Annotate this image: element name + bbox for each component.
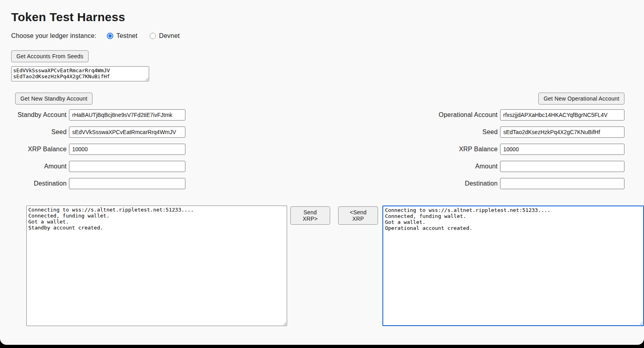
get-new-standby-account-button[interactable]: Get New Standby Account [15,93,93,105]
ledger-instance-label: Choose your ledger instance: [11,32,97,40]
operational-destination-row: Destination [418,178,624,189]
operational-form: Operational Account Seed XRP Balance Amo… [418,109,624,195]
standby-seed-label: Seed [11,129,69,136]
standby-form: Standby Account Seed XRP Balance Amount … [11,109,185,195]
get-new-operational-account-button[interactable]: Get New Operational Account [538,93,624,105]
token-test-harness-page: Token Test Harness Choose your ledger in… [0,0,644,345]
standby-xrp-balance-label: XRP Balance [11,146,69,153]
standby-destination-row: Destination [11,178,185,189]
ledger-instance-row: Choose your ledger instance: Testnet Dev… [11,32,644,40]
standby-destination-label: Destination [11,180,69,187]
operational-account-input[interactable] [500,109,624,121]
standby-account-label: Standby Account [11,111,69,119]
operational-destination-label: Destination [418,180,500,187]
testnet-radio-group: Testnet [107,32,138,40]
devnet-label[interactable]: Devnet [159,32,180,40]
operational-destination-input[interactable] [500,178,624,189]
standby-account-input[interactable] [69,109,185,121]
standby-results-textarea[interactable]: Connecting to wss://s.altnet.rippletest.… [26,206,287,326]
devnet-radio-group: Devnet [150,32,180,40]
operational-seed-input[interactable] [500,127,624,138]
send-xrp-to-operational-button[interactable]: Send XRP> [290,206,330,225]
get-accounts-from-seeds-button[interactable]: Get Accounts From Seeds [11,50,89,62]
standby-seed-row: Seed [11,127,185,138]
standby-xrp-balance-input[interactable] [69,144,185,155]
standby-xrp-balance-row: XRP Balance [11,144,185,155]
operational-amount-input[interactable] [500,161,624,172]
operational-xrp-balance-input[interactable] [500,144,624,155]
operational-account-label: Operational Account [418,111,500,119]
testnet-label[interactable]: Testnet [116,32,138,40]
standby-amount-row: Amount [11,161,185,172]
operational-amount-row: Amount [418,161,624,172]
page-title: Token Test Harness [11,0,644,25]
operational-account-row: Operational Account [418,109,624,121]
standby-seed-input[interactable] [69,127,185,138]
operational-xrp-balance-row: XRP Balance [418,144,624,155]
operational-seed-row: Seed [418,127,624,138]
send-xrp-to-standby-button[interactable]: <Send XRP [338,206,378,225]
testnet-radio[interactable] [107,33,113,39]
operational-xrp-balance-label: XRP Balance [418,146,500,153]
operational-amount-label: Amount [418,163,500,170]
account-buttons-row: Get New Standby Account Get New Operatio… [11,93,644,105]
account-forms: Standby Account Seed XRP Balance Amount … [11,109,644,195]
seeds-textarea[interactable]: sEdVVkSsswaXPCvEatRmcarRrq4WmJV sEdTao2d… [11,66,149,81]
operational-results-textarea[interactable]: Connecting to wss://s.altnet.rippletest.… [382,206,644,326]
devnet-radio[interactable] [150,33,156,39]
standby-account-row: Standby Account [11,109,185,121]
standby-destination-input[interactable] [69,178,185,189]
operational-seed-label: Seed [418,129,500,136]
standby-amount-label: Amount [11,163,69,170]
standby-amount-input[interactable] [69,161,185,172]
results-row: Connecting to wss://s.altnet.rippletest.… [26,206,644,326]
